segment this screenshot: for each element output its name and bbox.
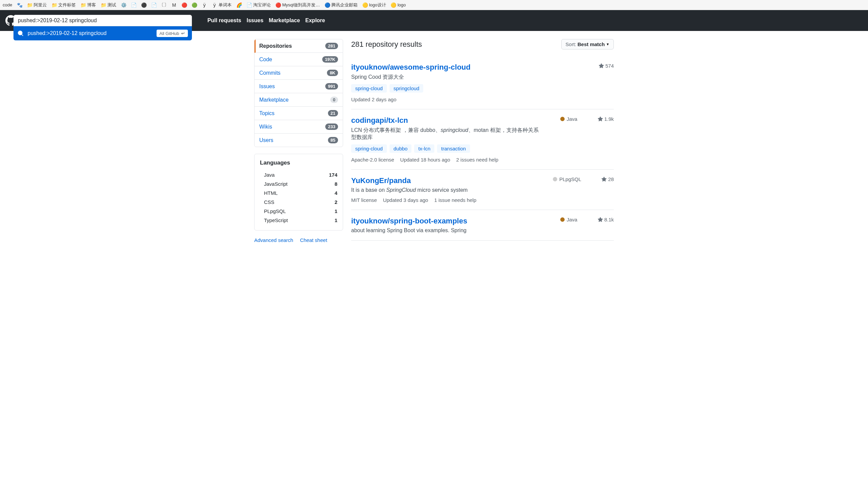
bookmark-icon: ӱ <box>212 2 217 8</box>
language-color-dot <box>560 117 565 121</box>
bookmark-icon: M <box>171 2 177 8</box>
bookmark-item[interactable]: 📁博客 <box>80 2 96 8</box>
repo-name-link[interactable]: codingapi/tx-lcn <box>351 116 408 124</box>
topic-tag[interactable]: spring-cloud <box>351 84 387 93</box>
bookmark-item[interactable]: 🐾 <box>17 2 22 8</box>
repo-name-link[interactable]: ityouknow/awesome-spring-cloud <box>351 63 470 71</box>
repo-stars[interactable]: 8.1k <box>598 217 614 222</box>
bookmark-item[interactable]: 📄淘宝评论 <box>246 2 271 8</box>
topic-tag[interactable]: dubbo <box>390 144 412 153</box>
language-name: HTML <box>264 190 278 196</box>
topic-tag[interactable]: tx-lcn <box>414 144 434 153</box>
language-count: 1 <box>335 208 337 214</box>
bookmark-icon: 📁 <box>51 2 57 8</box>
bookmark-item[interactable]: ⚫ <box>141 2 147 8</box>
repo-stars[interactable]: 574 <box>599 63 614 69</box>
filter-item-wikis[interactable]: Wikis233 <box>255 120 343 134</box>
bookmark-icon: 🟡 <box>391 2 396 8</box>
bookmark-item[interactable]: 📁阿里云 <box>27 2 47 8</box>
language-filter-item[interactable]: Java174 <box>260 170 337 179</box>
language-filter-item[interactable]: JavaScript8 <box>260 179 337 188</box>
repo-side-info: PLpgSQL28 <box>553 176 614 182</box>
language-name: JavaScript <box>264 181 288 187</box>
language-name: TypeScript <box>264 217 288 223</box>
nav-explore[interactable]: Explore <box>305 17 325 24</box>
bookmark-icon: ⚙️ <box>121 2 126 8</box>
language-count: 1 <box>335 217 337 223</box>
bookmark-item[interactable]: 🟡logo <box>391 2 406 8</box>
language-count: 4 <box>335 190 337 196</box>
repo-meta-item: 1 issue needs help <box>434 197 476 203</box>
bookmark-label: 文件标签 <box>58 2 76 8</box>
bookmark-item[interactable]: 📄 <box>151 2 156 8</box>
bookmark-label: Mysql做到高并发… <box>282 2 320 8</box>
language-count: 2 <box>335 199 337 205</box>
filter-item-code[interactable]: Code197K <box>255 53 343 66</box>
nav-pull-requests[interactable]: Pull requests <box>208 17 241 24</box>
filter-item-commits[interactable]: Commits8K <box>255 66 343 80</box>
bookmark-item[interactable]: 📄 <box>131 2 136 8</box>
repo-stars[interactable]: 28 <box>601 176 614 182</box>
bookmark-item[interactable]: 🟢 <box>192 2 197 8</box>
repo-side-info: 574 <box>599 63 614 69</box>
search-suggestion-item[interactable]: pushed:>2019-02-12 springcloud All GitHu… <box>14 26 192 41</box>
github-header: pushed:>2019-02-12 springcloud All GitHu… <box>0 10 868 31</box>
bookmark-item[interactable]: 〔〕 <box>161 2 167 8</box>
bookmark-label: logo <box>398 2 406 7</box>
nav-marketplace[interactable]: Marketplace <box>269 17 300 24</box>
results-main: 281 repository results Sort: Best match … <box>351 39 614 243</box>
bookmark-item[interactable]: 📁文件标签 <box>51 2 76 8</box>
language-filter-item[interactable]: PLpgSQL1 <box>260 207 337 216</box>
repo-topics: spring-cloudspringcloud <box>351 84 614 93</box>
repo-meta-item: Apache-2.0 license <box>351 157 394 162</box>
bookmark-item[interactable]: 🔴Mysql做到高并发… <box>275 2 320 8</box>
language-filter-item[interactable]: CSS2 <box>260 198 337 207</box>
filter-item-issues[interactable]: Issues991 <box>255 80 343 93</box>
repo-topics: spring-clouddubbotx-lcntransaction <box>351 144 614 153</box>
bookmark-item[interactable]: ⚙️ <box>121 2 126 8</box>
language-color-dot <box>553 177 557 181</box>
enter-key-icon: ↵ <box>181 31 185 36</box>
bookmark-label: 阿里云 <box>34 2 47 8</box>
repo-name-link[interactable]: YuKongEr/panda <box>351 176 411 185</box>
repo-item: YuKongEr/pandaIt is a base on SpringClou… <box>351 170 614 210</box>
filter-item-repositories[interactable]: Repositories281 <box>255 40 343 53</box>
filter-list: Repositories281Code197KCommits8KIssues99… <box>254 39 343 147</box>
filter-item-users[interactable]: Users85 <box>255 134 343 147</box>
language-filter-item[interactable]: TypeScript1 <box>260 216 337 225</box>
sidebar-links: Advanced search Cheat sheet <box>254 237 343 243</box>
sort-button[interactable]: Sort: Best match ▼ <box>561 39 614 49</box>
bookmark-item[interactable]: ӱ <box>202 2 207 8</box>
topic-tag[interactable]: transaction <box>437 144 470 153</box>
bookmark-icon: ӱ <box>202 2 207 8</box>
bookmark-item[interactable]: M <box>171 2 177 8</box>
filter-label: Marketplace <box>259 97 289 103</box>
bookmark-label: 腾讯企业邮箱 <box>331 2 357 8</box>
repo-description: It is a base on SpringCloud micro servic… <box>351 187 540 193</box>
repo-list: ityouknow/awesome-spring-cloudSpring Coo… <box>351 56 614 241</box>
search-input[interactable] <box>14 15 192 26</box>
filter-item-marketplace[interactable]: Marketplace0 <box>255 93 343 107</box>
bookmark-item[interactable]: 🔴 <box>182 2 187 8</box>
language-filter-item[interactable]: HTML4 <box>260 188 337 198</box>
bookmark-item[interactable]: 🔵腾讯企业邮箱 <box>324 2 357 8</box>
repo-stars[interactable]: 1.9k <box>598 116 614 122</box>
repo-meta: MIT licenseUpdated 3 days ago1 issue nee… <box>351 197 614 203</box>
bookmark-item[interactable]: code <box>3 2 12 7</box>
repo-name-link[interactable]: ityouknow/spring-boot-examples <box>351 217 467 225</box>
bookmark-item[interactable]: 📁测试 <box>101 2 116 8</box>
cheat-sheet-link[interactable]: Cheat sheet <box>300 237 327 243</box>
advanced-search-link[interactable]: Advanced search <box>254 237 293 243</box>
topic-tag[interactable]: spring-cloud <box>351 144 387 153</box>
filter-label: Commits <box>259 70 280 76</box>
filter-count: 85 <box>328 137 338 143</box>
bookmark-icon: 🟡 <box>362 2 368 8</box>
filter-count: 233 <box>325 124 338 130</box>
bookmark-item[interactable]: ӱ单词本 <box>212 2 232 8</box>
filter-item-topics[interactable]: Topics21 <box>255 107 343 120</box>
bookmark-item[interactable]: 🟡logo设计 <box>362 2 386 8</box>
bookmark-item[interactable]: 🌈 <box>237 2 242 8</box>
results-header: 281 repository results Sort: Best match … <box>351 39 614 49</box>
topic-tag[interactable]: springcloud <box>390 84 424 93</box>
nav-issues[interactable]: Issues <box>246 17 263 24</box>
